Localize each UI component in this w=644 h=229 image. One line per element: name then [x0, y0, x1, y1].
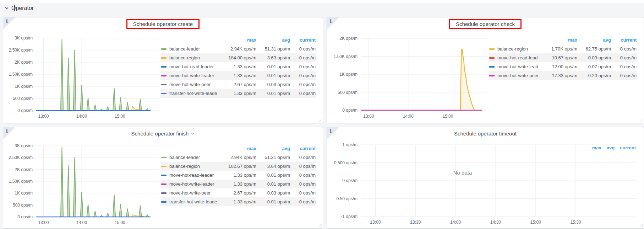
series-name[interactable]: move-hot-read-leader: [169, 172, 217, 178]
panel-title-text[interactable]: Schedule operator finish: [131, 131, 189, 137]
series-name[interactable]: balance-region: [169, 55, 217, 60]
legend-current-value: 0 ops/m: [611, 73, 637, 78]
legend-current-value: 0 ops/m: [290, 199, 316, 204]
legend-row: move-hot-read-leader1.33 ops/m0.01 ops/m…: [160, 171, 316, 180]
panel-resize-handle[interactable]: [318, 224, 322, 228]
panel-resize-handle[interactable]: [639, 118, 643, 122]
panel-title[interactable]: Schedule operator timeout: [327, 127, 644, 137]
svg-text:1K ops/m: 1K ops/m: [15, 191, 33, 196]
legend-row: balance-leader2.94K ops/m51.31 ops/m0 op…: [160, 153, 316, 162]
legend-header-current[interactable]: current: [290, 37, 316, 43]
series-color-swatch: [161, 201, 167, 203]
legend-header-current[interactable]: current: [620, 145, 636, 150]
panel-title-text[interactable]: Schedule operator check: [456, 21, 515, 27]
series-name[interactable]: move-hot-write-peer: [169, 82, 217, 87]
series-color-swatch: [161, 183, 167, 185]
legend-avg-value: 51.31 ops/m: [256, 155, 290, 160]
legend-header-max[interactable]: max: [217, 37, 256, 43]
row-title[interactable]: Operator: [11, 5, 34, 11]
svg-text:-1 ops/m: -1 ops/m: [341, 214, 358, 219]
svg-text:500 ops/m: 500 ops/m: [338, 90, 358, 95]
time-series-chart[interactable]: 1 ops/m0.500 ops/m0 ops/m-0.50 ops/m-1 o…: [327, 127, 644, 228]
panel-title[interactable]: Schedule operator create: [3, 17, 323, 29]
legend-header-current[interactable]: current: [611, 37, 637, 43]
series-name[interactable]: move-hot-write-leader: [169, 73, 217, 78]
series-name[interactable]: balance-leader: [169, 46, 217, 52]
svg-text:1K ops/m: 1K ops/m: [339, 72, 358, 77]
legend-current-value: 0 ops/m: [290, 155, 316, 160]
svg-text:13:00: 13:00: [363, 114, 374, 119]
legend-header-avg[interactable]: avg: [256, 146, 290, 151]
legend-current-value: 0 ops/m: [290, 181, 316, 187]
legend-avg-value: 0.20 ops/m: [577, 73, 611, 78]
legend-current-value: 0 ops/m: [290, 190, 316, 196]
row-collapse-icon[interactable]: [5, 6, 9, 10]
svg-text:0.500 ops/m: 0.500 ops/m: [334, 160, 358, 165]
panel-title[interactable]: Schedule operator check: [327, 17, 644, 29]
legend-max-value: 1.33 ops/m: [217, 91, 256, 96]
svg-text:13:00: 13:00: [370, 220, 381, 225]
panel-schedule-operator-finish: i Schedule operator finish 3K ops/m2.50K…: [3, 127, 323, 229]
legend-row: balance-region184.00 ops/m3.63 ops/m0 op…: [160, 53, 316, 62]
svg-text:15:00: 15:00: [442, 114, 453, 119]
svg-text:500 ops/m: 500 ops/m: [13, 203, 33, 208]
svg-text:1.50K ops/m: 1.50K ops/m: [9, 72, 33, 77]
legend-avg-value: 0.01 ops/m: [256, 172, 290, 178]
panel-title-text[interactable]: Schedule operator timeout: [454, 131, 517, 137]
panel-resize-handle[interactable]: [639, 224, 643, 228]
series-name[interactable]: move-hot-write-peer: [169, 190, 217, 196]
series-name[interactable]: transfer-hot-write-leader: [169, 199, 217, 204]
series-name[interactable]: move-hot-read-leader: [497, 55, 538, 60]
panel-menu-chevron-icon[interactable]: [191, 132, 195, 135]
svg-text:3K ops/m: 3K ops/m: [15, 143, 33, 148]
series-color-swatch: [161, 93, 167, 94]
series-name[interactable]: balance-region: [497, 46, 538, 52]
svg-text:13:00: 13:00: [38, 220, 49, 225]
legend-header-max[interactable]: max: [538, 37, 577, 43]
series-name[interactable]: move-hot-read-leader: [169, 64, 217, 69]
series-name[interactable]: move-hot-write-peer: [497, 73, 538, 78]
panel-schedule-operator-check: i Schedule operator check 2K ops/m1.50K …: [327, 17, 644, 123]
svg-text:-0.50 ops/m: -0.50 ops/m: [335, 196, 358, 201]
legend-max-value: 1.33 ops/m: [217, 64, 256, 69]
legend-header-avg[interactable]: avg: [607, 145, 615, 150]
series-color-swatch: [161, 57, 167, 59]
series-name[interactable]: balance-leader: [169, 155, 217, 160]
legend-row: balance-region102.67 ops/m3.64 ops/m0 op…: [160, 162, 316, 171]
svg-text:15:30: 15:30: [571, 220, 581, 225]
legend-max-value: 12.00 ops/m: [538, 64, 577, 69]
svg-text:0 ops/m: 0 ops/m: [342, 108, 358, 113]
svg-text:14:00: 14:00: [76, 114, 87, 119]
legend-header-avg[interactable]: avg: [256, 37, 290, 43]
svg-text:13:30: 13:30: [410, 220, 421, 225]
legend-header-current[interactable]: current: [290, 146, 316, 151]
legend-avg-value: 0.03 ops/m: [256, 190, 290, 196]
svg-text:15:00: 15:00: [115, 114, 125, 119]
panel-title-text[interactable]: Schedule operator create: [133, 21, 193, 27]
legend-max-value: 2.94K ops/m: [217, 155, 256, 160]
legend-current-value: 0 ops/m: [290, 172, 316, 178]
annotation-highlight-box: Schedule operator create: [126, 19, 200, 29]
legend-max-value: 1.33 ops/m: [217, 181, 256, 187]
legend-row: balance-leader2.94K ops/m51.31 ops/m0 op…: [160, 44, 316, 53]
panel-schedule-operator-timeout: i Schedule operator timeout 1 ops/m0.500…: [327, 127, 644, 229]
legend-avg-value: 0.01 ops/m: [256, 73, 290, 78]
legend-header-avg[interactable]: avg: [577, 37, 611, 43]
legend-current-value: 0 ops/m: [290, 46, 316, 52]
series-name[interactable]: move-hot-write-leader: [169, 181, 217, 187]
legend-avg-value: 0.01 ops/m: [256, 91, 290, 96]
legend-row: transfer-hot-write-leader1.33 ops/m0.01 …: [160, 197, 316, 206]
series-name[interactable]: balance-region: [169, 164, 217, 169]
legend-header-max[interactable]: max: [592, 145, 601, 150]
legend-max-value: 184.00 ops/m: [217, 55, 256, 60]
series-name[interactable]: transfer-hot-write-leader: [169, 91, 217, 96]
panel-title[interactable]: Schedule operator finish: [3, 127, 323, 137]
panel-resize-handle[interactable]: [318, 118, 322, 122]
text-cursor: [14, 5, 15, 11]
series-name[interactable]: move-hot-write-leader: [497, 64, 538, 69]
legend-header-max[interactable]: max: [217, 146, 256, 151]
dashboard-row-header[interactable]: Operator: [5, 5, 34, 11]
series-color-swatch: [161, 166, 167, 167]
series-color-swatch: [489, 75, 495, 76]
svg-text:2K ops/m: 2K ops/m: [15, 167, 33, 172]
